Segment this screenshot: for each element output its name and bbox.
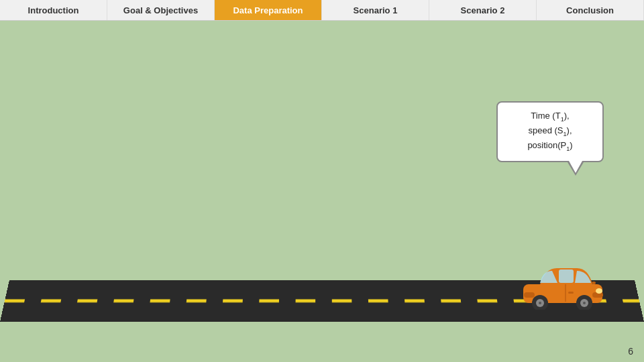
svg-rect-1 [559,269,574,283]
svg-point-4 [596,288,602,294]
nav-item-goal-objectives[interactable]: Goal & Objectives [107,0,215,20]
svg-rect-12 [568,292,574,294]
main-content: Time (T1), speed (S1), position(P1) [0,21,644,362]
nav-item-introduction[interactable]: Introduction [0,0,107,20]
nav-item-conclusion[interactable]: Conclusion [537,0,644,20]
svg-rect-3 [524,292,535,298]
svg-rect-13 [592,282,596,284]
nav-item-data-preparation[interactable]: Data Preparation [215,0,322,20]
nav-item-scenario-1[interactable]: Scenario 1 [322,0,429,20]
nav-item-scenario-2[interactable]: Scenario 2 [429,0,537,20]
car-illustration [520,256,607,310]
svg-point-7 [539,302,541,304]
speech-bubble: Time (T1), speed (S1), position(P1) [496,101,604,162]
page-number: 6 [628,346,633,357]
svg-point-10 [583,302,586,304]
navigation-bar: Introduction Goal & Objectives Data Prep… [0,0,644,21]
